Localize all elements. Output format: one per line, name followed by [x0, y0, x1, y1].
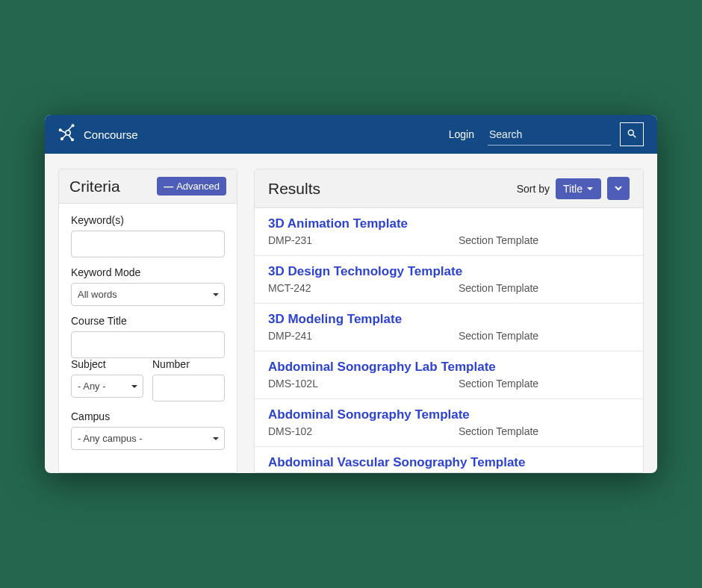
result-item: 3D Modeling TemplateDMP-241Section Templ… — [255, 304, 643, 351]
svg-line-1 — [68, 126, 72, 130]
minus-icon: — — [164, 181, 173, 192]
keyword-mode-select[interactable]: All words — [71, 283, 225, 306]
subject-select[interactable]: - Any - — [71, 375, 143, 398]
number-input[interactable] — [152, 375, 225, 401]
sort-dropdown-button[interactable]: Title — [556, 178, 601, 199]
result-item: 3D Design Technology TemplateMCT-242Sect… — [255, 256, 643, 304]
app-window: Concourse Login Criteria — Advanced Keyw… — [45, 115, 657, 473]
criteria-header: Criteria — Advanced — [59, 169, 237, 204]
keywords-input[interactable] — [71, 231, 225, 257]
section-type: Section Template — [459, 234, 538, 246]
sort-direction-button[interactable] — [607, 177, 630, 200]
logo-icon — [58, 123, 78, 146]
svg-point-9 — [628, 130, 633, 135]
result-meta: DMS-102Section Template — [268, 425, 630, 437]
search-input[interactable] — [488, 124, 611, 146]
app-title: Concourse — [84, 128, 138, 141]
campus-select[interactable]: - Any campus - — [71, 427, 225, 450]
sort-area: Sort by Title — [517, 177, 630, 200]
result-item: 3D Animation TemplateDMP-231Section Temp… — [255, 208, 643, 256]
results-list: 3D Animation TemplateDMP-231Section Temp… — [255, 208, 643, 472]
number-label: Number — [152, 358, 225, 370]
advanced-label: Advanced — [176, 181, 220, 192]
sort-by-label: Sort by — [517, 183, 550, 195]
login-link[interactable]: Login — [449, 128, 474, 140]
result-meta: DMP-231Section Template — [268, 234, 630, 246]
sort-value: Title — [563, 183, 583, 195]
result-meta: DMP-241Section Template — [268, 330, 630, 342]
criteria-body: Keyword(s) Keyword Mode All words Course… — [59, 204, 237, 460]
course-title-label: Course Title — [71, 315, 225, 327]
keywords-label: Keyword(s) — [71, 214, 225, 226]
result-title-link[interactable]: 3D Modeling Template — [268, 312, 630, 327]
results-header: Results Sort by Title — [255, 169, 643, 208]
result-item: Abdominal Vascular Sonography Template — [255, 447, 643, 472]
section-type: Section Template — [459, 378, 538, 390]
course-code: DMS-102 — [268, 425, 459, 437]
content: Criteria — Advanced Keyword(s) Keyword M… — [45, 154, 657, 473]
header: Concourse Login — [45, 115, 657, 154]
result-title-link[interactable]: 3D Animation Template — [268, 216, 630, 231]
campus-label: Campus — [71, 410, 225, 422]
section-type: Section Template — [459, 330, 538, 342]
result-title-link[interactable]: Abdominal Vascular Sonography Template — [268, 455, 630, 470]
svg-point-6 — [72, 139, 74, 141]
course-code: DMP-231 — [268, 234, 459, 246]
logo: Concourse — [58, 123, 138, 146]
keyword-mode-label: Keyword Mode — [71, 266, 225, 278]
course-code: MCT-242 — [268, 282, 459, 294]
result-title-link[interactable]: 3D Design Technology Template — [268, 264, 630, 279]
result-meta: DMS-102LSection Template — [268, 378, 630, 390]
results-title: Results — [268, 180, 320, 198]
search-button[interactable] — [620, 122, 644, 146]
result-meta: MCT-242Section Template — [268, 282, 630, 294]
caret-down-icon — [586, 183, 594, 195]
search-icon — [627, 128, 637, 141]
advanced-toggle-button[interactable]: — Advanced — [157, 177, 226, 196]
section-type: Section Template — [459, 425, 538, 437]
svg-point-8 — [61, 138, 63, 140]
criteria-title: Criteria — [69, 178, 120, 196]
result-title-link[interactable]: Abdominal Sonography Template — [268, 407, 630, 422]
svg-line-10 — [633, 134, 636, 137]
svg-point-2 — [72, 125, 74, 127]
result-item: Abdominal Sonography TemplateDMS-102Sect… — [255, 399, 643, 447]
results-panel: Results Sort by Title — [254, 169, 644, 473]
result-item: Abdominal Sonography Lab TemplateDMS-102… — [255, 351, 643, 399]
result-title-link[interactable]: Abdominal Sonography Lab Template — [268, 360, 630, 375]
svg-point-4 — [59, 129, 61, 131]
course-code: DMP-241 — [268, 330, 459, 342]
criteria-panel: Criteria — Advanced Keyword(s) Keyword M… — [58, 169, 237, 473]
section-type: Section Template — [459, 282, 538, 294]
chevron-down-icon — [615, 183, 622, 194]
subject-label: Subject — [71, 358, 143, 370]
course-title-input[interactable] — [71, 331, 225, 358]
course-code: DMS-102L — [268, 378, 459, 390]
